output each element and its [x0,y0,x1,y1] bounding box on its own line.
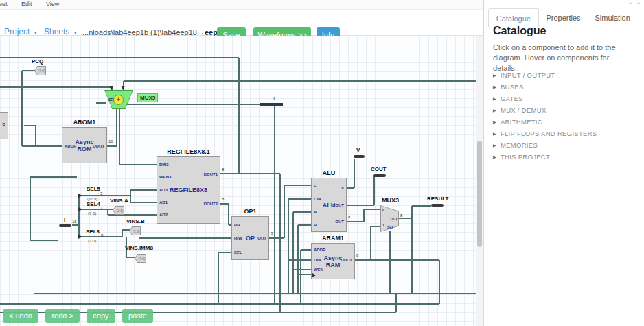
wire-h-10[interactable] [117,104,275,105]
category-flip-flops-registers[interactable]: ▶FLIP FLOPS AND REGISTERS [493,128,637,139]
wire-h-27[interactable] [139,237,231,239]
menu-view[interactable]: View [46,0,59,9]
category-gates[interactable]: ▶GATES [493,93,637,104]
wire-v-26[interactable] [411,206,413,294]
canvas-scrollbar-thumb[interactable] [477,141,482,247]
wire-h-44[interactable] [0,303,439,305]
wire-h-23[interactable] [122,229,130,231]
wire-h-17[interactable] [103,195,130,196]
scroll-up-icon[interactable]: ^ [629,1,632,7]
pin-v-output[interactable] [354,155,365,158]
wire-h-9[interactable] [107,145,117,147]
pin-i-input[interactable] [59,224,71,227]
wire-h-38[interactable] [355,259,371,261]
sheets-dropdown[interactable]: Sheets ▾ [44,27,77,36]
wire-h-22[interactable] [103,236,122,237]
category-buses[interactable]: ▶BUSES [493,81,637,93]
scroll-up-icon[interactable]: ^ [637,1,640,7]
wire-h-14[interactable] [79,195,103,196]
wire-v-25[interactable] [370,226,371,260]
wire-h-21[interactable] [108,214,157,216]
tag-vins-imm8[interactable]: (7:0) [135,254,146,263]
wire-h-43[interactable] [34,293,476,294]
wire-h-3[interactable] [124,80,476,82]
wire-h-11[interactable] [30,176,77,178]
wire-v-23[interactable] [373,176,375,205]
wire-h-29[interactable] [269,237,284,239]
wire-h-31[interactable] [288,198,311,200]
wire-h-2[interactable] [0,86,112,88]
category-mux-demux[interactable]: ▶MUX / DEMUX [493,104,637,116]
wire-h-30[interactable] [284,185,311,186]
category-arithmetic[interactable]: ▶ARITHMETIC [493,116,637,128]
tab-simulation[interactable]: Simulation [588,8,637,27]
wire-h-19[interactable] [130,202,157,203]
wire-h-18[interactable] [130,189,157,191]
wire-h-40[interactable] [371,259,439,261]
wire-selected-segment[interactable] [260,103,283,106]
wire-v-4[interactable] [119,108,120,165]
wire-h-8[interactable] [22,145,62,147]
pin-cout-output[interactable] [373,174,386,177]
wire-v-8[interactable] [274,104,275,304]
wire-h-37[interactable] [364,209,380,210]
wire-v-27[interactable] [389,231,391,294]
wire-v-10[interactable] [30,177,31,240]
wire-v-0[interactable] [238,58,240,174]
menu-edit[interactable]: Edit [21,0,32,9]
component-op1[interactable]: OPRBR/WSELOUT [231,216,269,260]
wire-h-24[interactable] [126,257,135,258]
wire-v-28[interactable] [439,260,440,304]
wire-h-33[interactable] [298,224,311,226]
component-aram1[interactable]: AsyncRAMADDRDINWENDOUT [311,243,355,279]
wire-v-18[interactable] [284,185,285,238]
project-dropdown[interactable]: Project ▾ [4,27,37,36]
wire-v-21[interactable] [297,225,299,294]
wire-h-35[interactable] [347,205,374,206]
wire-v-20[interactable] [292,212,294,294]
undo-button[interactable]: < undo [3,309,38,323]
wire-v-9[interactable] [279,174,281,312]
component-reg0[interactable]: Q [0,112,8,139]
wire-v-14[interactable] [122,230,123,237]
pin-result-output[interactable] [431,204,444,207]
wire-h-39[interactable] [371,226,380,227]
tag-vins-b[interactable]: (2:0) [129,226,141,235]
tab-properties[interactable]: Properties [539,8,588,27]
diagram-canvas[interactable]: QAsyncROMADDRDOUTAROM116REGFILE8X8DIN3WE… [0,36,483,326]
wire-v-16[interactable] [228,204,229,225]
wire-h-48[interactable] [293,269,311,270]
category-this-project[interactable]: ▶THIS PROJECT [493,151,637,163]
wire-h-6[interactable] [22,70,35,71]
wire-h-46[interactable] [301,249,311,251]
wire-h-28[interactable] [218,252,231,253]
wire-h-12[interactable] [30,240,58,241]
wire-v-11[interactable] [78,196,80,237]
copy-button[interactable]: copy [87,309,115,323]
wire-h-15[interactable] [79,209,103,210]
wire-v-7[interactable] [116,104,117,146]
wire-h-32[interactable] [293,211,311,213]
wire-h-7[interactable] [24,125,36,126]
wire-h-36[interactable] [347,221,364,222]
component-alu[interactable]: ALUFCINABVCOUTOUT [311,178,347,232]
wire-h-16[interactable] [79,236,103,237]
canvas-scrollbar[interactable] [476,36,483,326]
component-regfile8x8-1[interactable]: REGFILE8X8DIN3WEN3AD3AD1AD2DOUT1DOUT2 [157,156,220,224]
category-memories[interactable]: ▶MEMORIES [493,139,637,151]
wire-h-5[interactable] [119,164,157,165]
menu-sheet[interactable]: Sheet [0,0,8,9]
tag-pcq[interactable]: (7:0) [34,66,46,75]
wire-v-6[interactable] [35,126,36,146]
paste-button[interactable]: paste [122,309,153,323]
wire-v-22[interactable] [354,159,355,188]
component-arom1[interactable]: AsyncROMADDRDOUT [62,127,107,163]
redo-button[interactable]: redo > [45,309,80,323]
wire-h-1[interactable] [220,173,280,174]
wire-v-12[interactable] [130,190,131,202]
wire-v-17[interactable] [218,253,219,304]
wire-h-41[interactable] [398,218,412,219]
wire-v-30[interactable] [300,250,301,304]
wire-h-42[interactable] [412,205,431,207]
wire-v-19[interactable] [288,199,289,294]
